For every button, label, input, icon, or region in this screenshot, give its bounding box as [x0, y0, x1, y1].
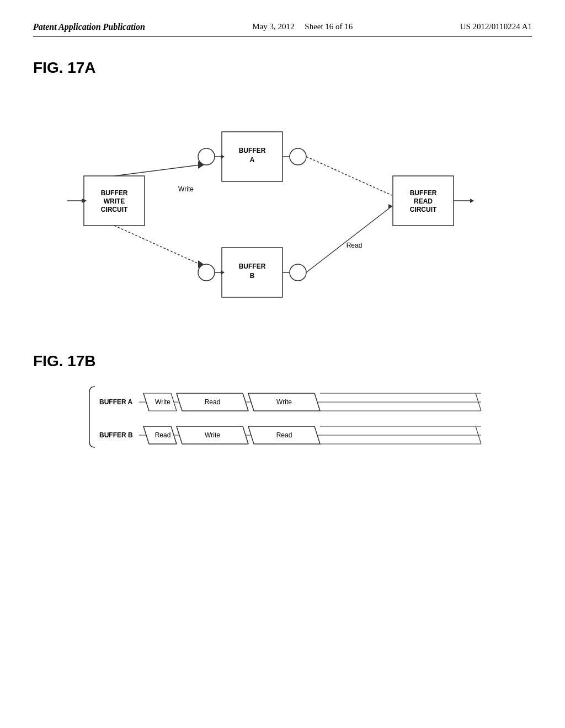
sheet-info: Sheet 16 of 16 — [305, 22, 353, 31]
page: Patent Application Publication May 3, 20… — [0, 0, 565, 728]
svg-text:Write: Write — [178, 185, 194, 193]
fig17b-diagram: BUFFER A Write Read Write — [67, 381, 498, 455]
svg-text:BUFFER: BUFFER — [239, 263, 266, 270]
fig17b-label: FIG. 17B — [33, 352, 532, 370]
fig17a-svg: BUFFER WRITE CIRCUIT BUFFER A BUFFER B B… — [67, 88, 498, 319]
svg-text:WRITE: WRITE — [104, 197, 125, 205]
svg-line-32 — [306, 206, 392, 272]
publication-date: May 3, 2012 — [252, 22, 294, 31]
svg-marker-33 — [388, 204, 393, 208]
svg-text:CIRCUIT: CIRCUIT — [410, 206, 437, 213]
svg-text:A: A — [250, 156, 255, 164]
svg-line-31 — [306, 157, 392, 195]
publication-number: US 2012/0110224 A1 — [460, 22, 532, 31]
svg-text:Read: Read — [347, 242, 363, 249]
fig17a-diagram: BUFFER WRITE CIRCUIT BUFFER A BUFFER B B… — [67, 88, 498, 319]
svg-point-20 — [290, 264, 306, 281]
svg-text:BUFFER: BUFFER — [239, 147, 266, 154]
svg-text:Read: Read — [155, 431, 171, 439]
svg-point-19 — [290, 148, 306, 165]
svg-text:Read: Read — [205, 398, 221, 406]
svg-text:Read: Read — [276, 431, 292, 439]
fig17a-label: FIG. 17A — [33, 59, 532, 77]
page-header: Patent Application Publication May 3, 20… — [33, 22, 532, 37]
svg-text:READ: READ — [414, 197, 433, 205]
publication-date-sheet: May 3, 2012 Sheet 16 of 16 — [252, 22, 353, 31]
svg-text:Write: Write — [205, 431, 220, 439]
svg-text:CIRCUIT: CIRCUIT — [101, 206, 128, 213]
svg-point-17 — [198, 148, 215, 165]
svg-text:Write: Write — [155, 398, 170, 406]
fig17b-svg: BUFFER A Write Read Write — [78, 381, 498, 453]
svg-text:Write: Write — [276, 398, 292, 406]
svg-text:BUFFER: BUFFER — [410, 189, 437, 197]
svg-text:BUFFER A: BUFFER A — [99, 398, 133, 406]
svg-line-21 — [114, 165, 200, 176]
publication-title: Patent Application Publication — [33, 22, 145, 32]
svg-marker-36 — [470, 199, 474, 203]
svg-text:BUFFER: BUFFER — [101, 189, 128, 197]
svg-text:BUFFER B: BUFFER B — [99, 431, 133, 439]
svg-line-23 — [114, 226, 200, 264]
svg-point-18 — [198, 264, 215, 281]
svg-text:B: B — [250, 272, 255, 280]
